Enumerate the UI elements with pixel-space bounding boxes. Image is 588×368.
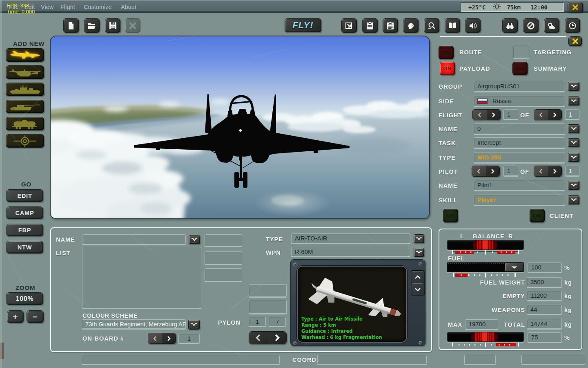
open-mission-button[interactable]: [84, 18, 100, 33]
pylon-next-button[interactable]: [268, 332, 287, 344]
empty-field[interactable]: 11200: [527, 291, 562, 301]
fuel-slider-handle[interactable]: [505, 263, 523, 272]
total-percent-field[interactable]: 75: [528, 332, 562, 342]
name-field[interactable]: 0: [474, 123, 565, 134]
pilot-name-field[interactable]: Pilot1: [474, 180, 565, 191]
pilot-spinner[interactable]: [472, 166, 500, 177]
type-field[interactable]: MiG-29S: [474, 152, 565, 163]
balance-gauge[interactable]: [447, 240, 524, 250]
weapon-name-field[interactable]: [82, 234, 186, 244]
fuel-slider[interactable]: [447, 262, 524, 272]
total-field[interactable]: 14744: [527, 319, 562, 329]
onboard-spinner[interactable]: [148, 333, 176, 344]
route-toggle[interactable]: ON: [439, 46, 454, 59]
menu-view[interactable]: View: [41, 4, 53, 10]
name-dropdown[interactable]: [568, 124, 579, 133]
window-close-button[interactable]: [568, 2, 583, 13]
flight-spinner[interactable]: [472, 109, 501, 120]
task-field[interactable]: Intercept: [474, 137, 565, 148]
skill-dropdown[interactable]: [568, 195, 579, 204]
fuel-percent-field[interactable]: 100: [528, 263, 562, 272]
flight-total-spinner[interactable]: [534, 109, 562, 120]
mission-goals-button[interactable]: [341, 18, 357, 33]
weapon-wpn-field[interactable]: R-60M: [291, 247, 410, 256]
side-dropdown[interactable]: [568, 96, 579, 105]
flight-total-prev-button[interactable]: [534, 110, 548, 120]
pilot-total-next-button[interactable]: [548, 166, 562, 176]
pilot-profile-button[interactable]: [403, 18, 419, 33]
weapon-scroll-down-button[interactable]: [412, 283, 424, 295]
go-edit-button[interactable]: EDIT: [6, 189, 43, 202]
onboard-prev-button[interactable]: [148, 333, 162, 343]
add-train-button[interactable]: [6, 117, 44, 130]
payload-toggle[interactable]: ON: [440, 62, 455, 75]
client-toggle[interactable]: ON: [530, 209, 545, 222]
type-dropdown[interactable]: [568, 153, 579, 162]
group-field[interactable]: AirgroupRUS01: [474, 81, 565, 92]
pilot-total-prev-button[interactable]: [534, 166, 548, 176]
3d-preview-viewport[interactable]: [50, 36, 430, 219]
search-records-button[interactable]: [424, 18, 439, 33]
zoom-out-button[interactable]: −: [27, 310, 44, 323]
delete-button-disabled[interactable]: [125, 18, 140, 33]
add-ship-button[interactable]: [6, 83, 44, 96]
zoom-level-button[interactable]: 100%: [6, 292, 43, 305]
targeting-toggle[interactable]: [513, 45, 529, 59]
time-settings-button[interactable]: [565, 18, 580, 33]
pylon-spinner[interactable]: [249, 331, 287, 344]
flight-next-button[interactable]: [487, 110, 501, 120]
weapon-type-field[interactable]: AIR-TO-AIR: [291, 233, 410, 243]
pilot-prev-button[interactable]: [472, 166, 486, 176]
weapon-name-dropdown[interactable]: [189, 235, 200, 244]
hidden-toggle[interactable]: ON: [443, 209, 458, 222]
menu-flight[interactable]: Flight: [60, 4, 75, 10]
pilot-total-field[interactable]: 1: [565, 166, 579, 176]
go-ntw-button[interactable]: NTW: [6, 241, 43, 254]
menu-about[interactable]: About: [121, 4, 136, 10]
weapons-field[interactable]: 44: [527, 305, 562, 314]
onboard-next-button[interactable]: [162, 333, 176, 343]
add-helicopter-button[interactable]: [6, 65, 44, 79]
restrictions-button[interactable]: [523, 18, 539, 33]
save-mission-button[interactable]: [105, 18, 120, 33]
pylon-prev-button[interactable]: [249, 332, 268, 344]
side-field[interactable]: Russia: [474, 96, 565, 106]
summary-toggle[interactable]: ON: [512, 62, 528, 75]
menu-customize[interactable]: Customize: [84, 4, 112, 10]
weapon-type-dropdown[interactable]: [414, 234, 424, 243]
add-target-button[interactable]: [6, 134, 44, 148]
go-fbp-button[interactable]: FBP: [6, 224, 43, 236]
skill-field[interactable]: Player: [474, 195, 565, 205]
briefing-button[interactable]: [362, 18, 378, 33]
task-dropdown[interactable]: [568, 138, 579, 147]
go-camp-button[interactable]: CAMP: [6, 206, 43, 219]
weapon-wpn-dropdown[interactable]: [414, 248, 424, 257]
flight-total-field[interactable]: 1: [565, 109, 579, 119]
flight-current-field[interactable]: 1: [503, 109, 518, 119]
weapon-list-box[interactable]: [82, 247, 201, 308]
add-aircraft-button[interactable]: [6, 48, 44, 62]
group-dropdown[interactable]: [568, 82, 579, 91]
total-gauge[interactable]: [447, 332, 524, 342]
encyclopedia-button[interactable]: [445, 18, 460, 33]
colour-scheme-dropdown[interactable]: [188, 320, 200, 330]
fuel-weight-field[interactable]: 3500: [527, 277, 562, 287]
panel-close-button[interactable]: [568, 36, 582, 46]
flight-total-next-button[interactable]: [548, 110, 562, 120]
pilot-next-button[interactable]: [486, 166, 500, 176]
debriefing-button[interactable]: [383, 18, 398, 33]
pilot-current-field[interactable]: 1: [503, 166, 518, 176]
onboard-number-field[interactable]: 1: [178, 334, 200, 343]
new-mission-button[interactable]: [63, 18, 79, 33]
sound-button[interactable]: [465, 18, 481, 33]
colour-scheme-field[interactable]: 73th Guards Regiment, Merzeburg AB: [82, 319, 186, 329]
zoom-in-button[interactable]: +: [7, 310, 24, 323]
flight-prev-button[interactable]: [473, 110, 487, 120]
pilot-name-dropdown[interactable]: [568, 181, 579, 190]
pilot-total-spinner[interactable]: [534, 166, 562, 177]
weapon-scroll-up-button[interactable]: [412, 271, 424, 283]
weather-button[interactable]: [544, 18, 559, 33]
add-vehicle-button[interactable]: [6, 100, 44, 113]
awacs-view-button[interactable]: [502, 18, 518, 33]
fly-button[interactable]: FLY!: [285, 18, 321, 32]
